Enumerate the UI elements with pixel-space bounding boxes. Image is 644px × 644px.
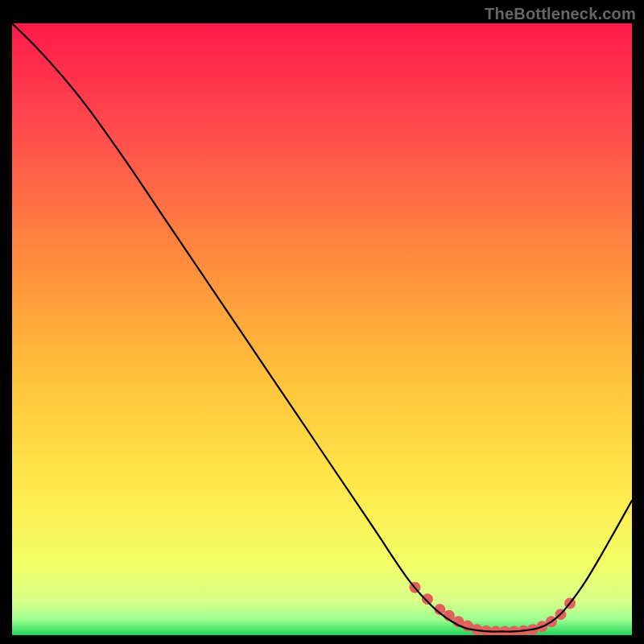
chart-stage: TheBottleneck.com <box>0 0 644 644</box>
marker-dot <box>422 593 433 605</box>
bottleneck-chart <box>0 0 644 644</box>
plot-background <box>12 23 632 635</box>
